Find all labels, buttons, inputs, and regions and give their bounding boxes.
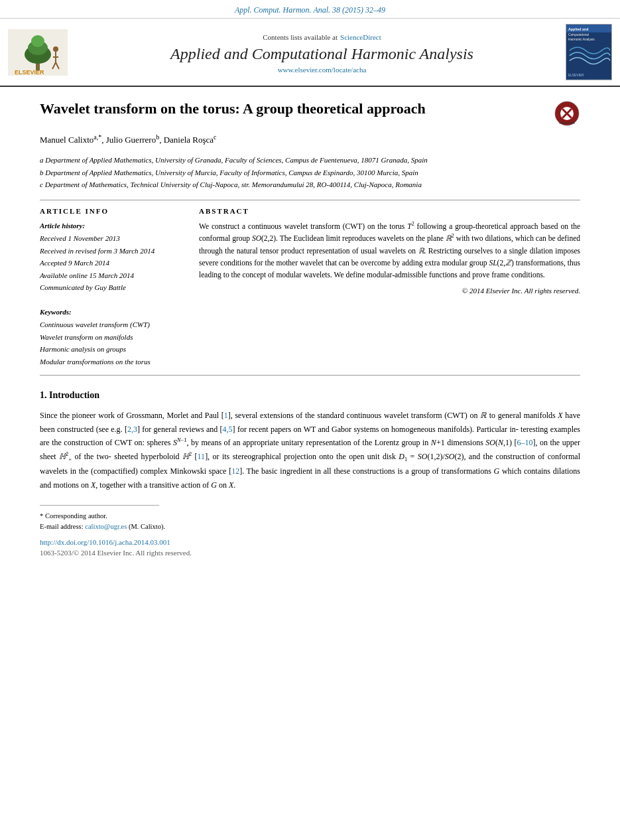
- svg-text:ELSEVIER: ELSEVIER: [568, 74, 584, 77]
- svg-text:ELSEVIER: ELSEVIER: [15, 69, 44, 76]
- svg-text:Applied and: Applied and: [568, 27, 589, 31]
- abstract-heading: ABSTRACT: [199, 207, 580, 215]
- article-info-heading: ARTICLE INFO: [40, 207, 186, 215]
- publisher-banner: ELSEVIER Contents lists available at Sci…: [0, 19, 620, 87]
- svg-text:CrossMark: CrossMark: [559, 121, 576, 125]
- affiliation-c: c Department of Mathematics, Technical U…: [40, 179, 580, 190]
- affiliation-b: b Department of Applied Mathematics, Uni…: [40, 167, 580, 178]
- sciencedirect-link[interactable]: ScienceDirect: [340, 33, 381, 41]
- authors-line: Manuel Calixtoa,*, Julio Guerrerob, Dani…: [40, 133, 580, 145]
- communicated-by: Communicated by Guy Battle: [40, 282, 186, 293]
- keyword-4: Modular transformations on the torus: [40, 356, 186, 368]
- elsevier-logo: ELSEVIER: [8, 29, 68, 76]
- paper-title-row: Wavelet transform on the torus: A group …: [40, 100, 580, 127]
- ref-4-5[interactable]: 4,5: [223, 425, 233, 434]
- svg-point-5: [53, 46, 58, 52]
- introduction-heading: 1. Introduction: [40, 390, 580, 401]
- journal-cover: Applied and Computational Harmonic Analy…: [566, 24, 612, 80]
- separator: [40, 200, 580, 200]
- doi-line[interactable]: http://dx.doi.org/10.1016/j.acha.2014.03…: [40, 538, 580, 546]
- paper-title: Wavelet transform on the torus: A group …: [40, 100, 554, 117]
- separator-2: [40, 375, 580, 376]
- keyword-3: Harmonic analysis on groups: [40, 344, 186, 355]
- issn-line: 1063-5203/© 2014 Elsevier Inc. All right…: [40, 549, 580, 557]
- article-info: ARTICLE INFO Article history: Received 1…: [40, 207, 186, 369]
- ref-12[interactable]: 12: [231, 466, 239, 476]
- copyright: © 2014 Elsevier Inc. All rights reserved…: [199, 287, 580, 295]
- journal-title: Applied and Computational Harmonic Analy…: [78, 45, 566, 63]
- affiliation-a: a Department of Applied Mathematics, Uni…: [40, 155, 580, 166]
- svg-text:Harmonic Analysis: Harmonic Analysis: [568, 38, 595, 41]
- journal-url[interactable]: www.elsevier.com/locate/acha: [78, 66, 566, 74]
- contents-available: Contents lists available at ScienceDirec…: [78, 31, 566, 42]
- crossmark-badge: CrossMark: [554, 100, 580, 127]
- ref-1[interactable]: 1: [224, 411, 228, 420]
- received-date: Received 1 November 2013: [40, 233, 186, 244]
- accepted-date: Accepted 9 March 2014: [40, 257, 186, 269]
- svg-point-4: [31, 35, 44, 47]
- footnote: * Corresponding author. E-mail address: …: [40, 511, 580, 532]
- email-line: E-mail address: calixto@ugr.es (M. Calix…: [40, 522, 580, 532]
- ref-2-3[interactable]: 2,3: [127, 425, 137, 434]
- abstract-text: We construct a continuous wavelet transf…: [199, 220, 580, 281]
- available-date: Available online 15 March 2014: [40, 270, 186, 281]
- ref-6-10[interactable]: 6–10: [517, 438, 533, 447]
- ref-11[interactable]: 11: [198, 452, 206, 461]
- author-c: Daniela Roşcac: [164, 135, 217, 145]
- history-label: Article history:: [40, 220, 186, 232]
- banner-center: Contents lists available at ScienceDirec…: [78, 31, 566, 74]
- revised-date: Received in revised form 3 March 2014: [40, 245, 186, 257]
- abstract-col: ABSTRACT We construct a continuous wavel…: [199, 207, 580, 369]
- svg-text:Computational: Computational: [568, 33, 589, 36]
- keywords-label: Keywords:: [40, 307, 186, 318]
- introduction-para1: Since the pioneer work of Grossmann, Mor…: [40, 409, 580, 492]
- footnote-separator: [40, 505, 159, 506]
- affiliations: a Department of Applied Mathematics, Uni…: [40, 155, 580, 190]
- keyword-1: Continuous wavelet transform (CWT): [40, 319, 186, 330]
- journal-header: Appl. Comput. Harmon. Anal. 38 (2015) 32…: [0, 0, 620, 19]
- keyword-2: Wavelet transform on manifolds: [40, 332, 186, 343]
- author-a: Manuel Calixtoa,*,: [40, 135, 106, 145]
- author-b: Julio Guerrerob,: [106, 135, 164, 145]
- email-link[interactable]: calixto@ugr.es: [85, 523, 127, 530]
- keywords-list: Continuous wavelet transform (CWT) Wavel…: [40, 319, 186, 367]
- corresponding-author-note: * Corresponding author.: [40, 511, 580, 522]
- journal-citation: Appl. Comput. Harmon. Anal. 38 (2015) 32…: [235, 5, 385, 15]
- two-col-layout: ARTICLE INFO Article history: Received 1…: [40, 207, 580, 369]
- main-content: Wavelet transform on the torus: A group …: [0, 87, 620, 570]
